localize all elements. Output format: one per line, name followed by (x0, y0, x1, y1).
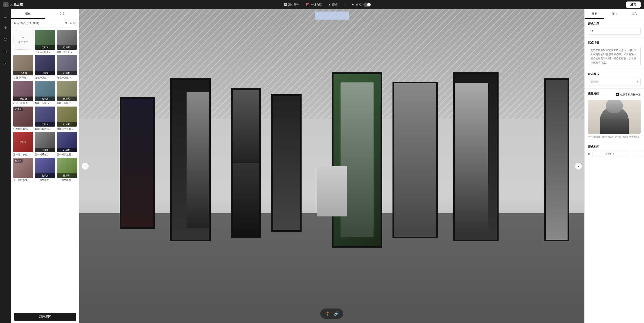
plus-icon: + (22, 35, 24, 40)
gallery-frame-1[interactable] (120, 97, 155, 162)
artwork-thumb-3: 已添加 (35, 55, 55, 75)
grid-icon[interactable]: ⊞ (73, 21, 76, 25)
grid-row-0: + 添加作品 已添加 不是...这哥上... 已添加 存图_博哥好... (13, 30, 77, 54)
artwork-name-12: 王一博壁纸_1... (35, 153, 55, 156)
added-badge-2: 已添加 (13, 71, 33, 75)
artwork-thumb-1: 已添加 (57, 30, 77, 50)
panel-header-icons: 🗑 ≡ ⊞ (64, 21, 76, 25)
artwork-thumb-13: 已添加 (57, 132, 77, 152)
artwork-item-14[interactable]: 已添加 王一博的氛围... (13, 158, 33, 162)
artwork-thumb-0: 已添加 (35, 30, 55, 50)
svg-point-1 (5, 39, 5, 40)
gallery-scene (79, 9, 322, 162)
grid-row-2: 已添加 好绝一张脸_3... 已添加 好绝一张脸_4... 已添加 好绝一张脸_… (13, 81, 77, 105)
added-badge-4: 已添加 (57, 71, 77, 75)
gallery-background (79, 9, 322, 162)
artwork-name-0: 不是...这哥上... (35, 50, 55, 54)
artwork-thumb-7: 已添加 (57, 81, 77, 101)
gallery-frame-2[interactable] (170, 78, 210, 162)
artwork-item-16[interactable]: 已添加 王一博的氛围... (57, 158, 77, 162)
artwork-name-7: 好绝一张脸_5... (57, 102, 77, 105)
artwork-item-12[interactable]: 已添加 王一博壁纸_1... (35, 132, 55, 156)
artwork-name-9: 你没见过的王... (35, 127, 55, 130)
artwork-item-13[interactable]: 已添加 王一博的氛围... (57, 132, 77, 156)
artwork-item-7[interactable]: 已添加 好绝一张脸_5... (57, 81, 77, 105)
left-icon-sidebar (0, 9, 11, 162)
add-artwork-btn[interactable]: + 添加作品 (13, 30, 33, 50)
artwork-item-11[interactable]: 已添加 王一博27岁生... (13, 132, 33, 156)
artwork-item-8[interactable]: 已添加 你没见过的王... (13, 107, 33, 130)
gallery-icon[interactable] (2, 48, 9, 55)
user-icon[interactable] (2, 60, 9, 67)
artwork-thumb-5: 已添加 (13, 81, 33, 101)
artwork-item-2[interactable]: 已添加 存图_博哥好... (13, 55, 33, 79)
tab-media[interactable]: 媒体 (11, 9, 45, 19)
left-panel: 媒体 文本 所有作品（39 / 300） 🗑 ≡ ⊞ + 添加作品 已添加 不是… (11, 9, 79, 162)
main-canvas: ‹ › (79, 9, 322, 162)
home-icon[interactable] (2, 12, 9, 20)
added-badge-9: 已添加 (35, 122, 55, 127)
panel-tabs: 媒体 文本 (11, 9, 79, 19)
artwork-thumb-15: 已添加 (35, 158, 55, 162)
artwork-thumb-9: 已添加 (35, 107, 55, 127)
gallery-frame-4[interactable] (271, 94, 301, 162)
svg-point-0 (4, 38, 7, 41)
artwork-item-4[interactable]: 已添加 好绝一张脸_2... (57, 55, 77, 79)
added-badge-6: 已添加 (35, 97, 55, 101)
added-badge-5: 已添加 (13, 97, 33, 101)
added-badge-12: 已添加 (35, 148, 55, 152)
artwork-thumb-14: 已添加 (13, 158, 33, 162)
svg-point-4 (4, 51, 5, 51)
artwork-grid: + 添加作品 已添加 不是...这哥上... 已添加 存图_博哥好... (11, 28, 79, 162)
center-actions: 🖼 清空画作 🚩 一键布展 ▶ 预览 | ✥ 移动 (29, 2, 322, 7)
artwork-thumb-16: 已添加 (57, 158, 77, 162)
artwork-name-8: 你没见过的王... (13, 127, 33, 130)
artwork-thumb-11: 已添加 (13, 132, 33, 152)
added-badge-0: 已添加 (35, 45, 55, 50)
artwork-item-1[interactable]: 已添加 存图_博哥好... (57, 30, 77, 54)
clear-icon: 🖼 (284, 3, 287, 6)
topbar: 🐟 大鱼云展 🖼 清空画作 🚩 一键布展 ▶ 预览 | ✥ 移动 发布 (0, 0, 322, 9)
artwork-name-10: 谁懂王一博的... (57, 127, 77, 130)
artwork-thumb-4: 已添加 (57, 55, 77, 75)
grid-row-4: 已添加 王一博27岁生... 已添加 王一博壁纸_1... 已添加 王一博的氛围… (13, 132, 77, 156)
artwork-thumb-2: 已添加 (13, 55, 33, 75)
artwork-name-11: 王一博27岁生... (13, 153, 33, 156)
added-badge-3: 已添加 (35, 71, 55, 75)
grid-row-1: 已添加 存图_博哥好... 已添加 好绝一张脸_1... 已添加 好绝一张脸_2… (13, 55, 77, 79)
artwork-name-4: 好绝一张脸_2... (57, 76, 77, 79)
artwork-name-2: 存图_博哥好... (13, 76, 33, 79)
add-icon[interactable] (2, 24, 9, 32)
artwork-name-13: 王一博的氛围... (57, 153, 77, 156)
add-artwork-item[interactable]: + 添加作品 (13, 30, 33, 54)
artwork-thumb-8: 已添加 (13, 107, 33, 127)
clear-canvas-btn[interactable]: 🖼 清空画作 (284, 3, 299, 7)
deploy-icon: 🚩 (306, 3, 310, 6)
artwork-item-6[interactable]: 已添加 好绝一张脸_4... (35, 81, 55, 105)
added-badge-7: 已添加 (57, 97, 77, 101)
app-logo: 🐟 大鱼云展 (4, 2, 29, 7)
artwork-item-9[interactable]: 已添加 你没见过的王... (35, 107, 55, 130)
list-icon[interactable]: ≡ (70, 21, 72, 25)
artwork-item-3[interactable]: 已添加 好绝一张脸_1... (35, 55, 55, 79)
artwork-name-5: 好绝一张脸_3... (13, 102, 33, 105)
added-badge-13: 已添加 (57, 148, 77, 152)
svg-point-2 (6, 39, 6, 40)
artwork-item-10[interactable]: 已添加 谁懂王一博的... (57, 107, 77, 130)
artwork-item-5[interactable]: 已添加 好绝一张脸_3... (13, 81, 33, 105)
artwork-name-6: 好绝一张脸_4... (35, 102, 55, 105)
gallery-frame-3[interactable] (231, 88, 261, 162)
face-icon[interactable] (2, 36, 9, 44)
grid-row-3: 已添加 你没见过的王... 已添加 你没见过的王... 已添加 谁懂王一博的..… (13, 107, 77, 130)
added-badge-10: 已添加 (57, 122, 77, 127)
gallery-artworks-container (79, 9, 322, 162)
artwork-item-15[interactable]: 已添加 王一博的氛围... (35, 158, 55, 162)
logo-icon: 🐟 (4, 2, 8, 7)
added-badge-1: 已添加 (57, 45, 77, 50)
artwork-thumb-6: 已添加 (35, 81, 55, 101)
artworks-count: 所有作品（39 / 300） (14, 21, 41, 25)
artwork-item-0[interactable]: 已添加 不是...这哥上... (35, 30, 55, 54)
deploy-btn[interactable]: 🚩 一键布展 (306, 3, 322, 7)
delete-icon[interactable]: 🗑 (64, 21, 68, 25)
tab-text[interactable]: 文本 (45, 9, 79, 19)
